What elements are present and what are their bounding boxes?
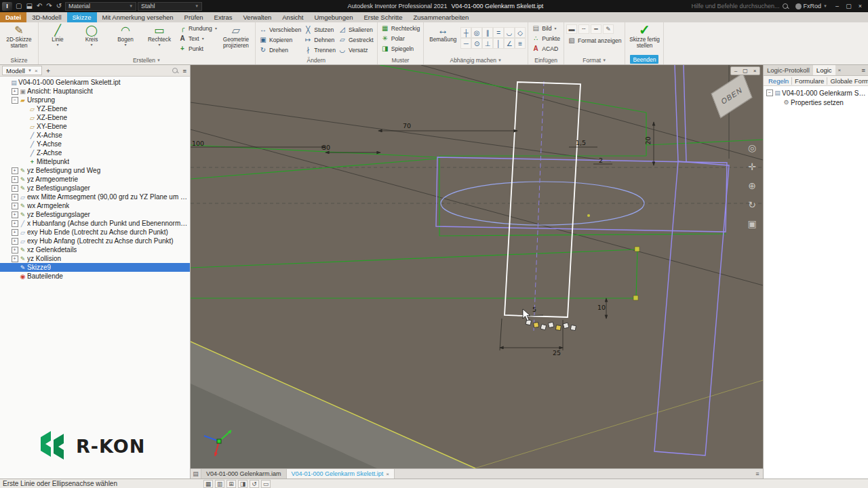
construction-line-icon[interactable]: ✎ xyxy=(603,24,614,34)
expander-icon[interactable] xyxy=(11,185,18,192)
tree-item[interactable]: Z-Achse xyxy=(0,148,190,157)
insert-tool-button[interactable]: Punkte xyxy=(530,33,561,43)
new-file-icon[interactable]: ▢ xyxy=(14,1,24,12)
slice-graphics-icon[interactable]: ▭ xyxy=(261,480,271,488)
ribbon-tab[interactable]: Umgebungen xyxy=(309,12,358,22)
tree-item[interactable]: wx Armgelenk xyxy=(0,201,190,210)
orbit-icon[interactable]: ↻ xyxy=(745,198,759,211)
start-2d-sketch-button[interactable]: 2D-Skizze starten xyxy=(2,23,36,55)
ilogic-protocol-tab[interactable]: Logic-Protokoll xyxy=(764,65,813,75)
ribbon-tab[interactable]: Skizze xyxy=(67,12,97,22)
create-tool-button[interactable]: Rundung xyxy=(177,23,218,33)
modify-tool-button[interactable]: Verschieben xyxy=(258,24,302,35)
snap-icon[interactable]: ⊞ xyxy=(226,480,236,488)
doc-restore-button[interactable]: ▢ xyxy=(741,67,750,75)
close-button[interactable]: × xyxy=(854,1,866,12)
expander-icon[interactable] xyxy=(11,238,18,245)
modify-tool-button[interactable]: Versatz xyxy=(337,45,375,55)
tree-item[interactable]: ewx Mitte Armsegment (90,00 grd zu YZ Pl… xyxy=(0,192,190,201)
browser-search-icon[interactable] xyxy=(172,68,178,74)
tangent-constraint-icon[interactable]: ◡ xyxy=(504,27,515,38)
project-geometry-button[interactable]: Geometrie projizieren xyxy=(219,23,253,55)
dimension-label[interactable]: 10 xyxy=(597,304,606,311)
minimize-button[interactable]: – xyxy=(831,1,843,12)
ilogic-tree-item[interactable]: Properties setzen xyxy=(764,98,868,107)
close-icon[interactable]: × xyxy=(35,68,38,74)
dynamic-dimension-icon[interactable]: ↺ xyxy=(250,480,259,488)
tree-item[interactable]: Skizze9 xyxy=(0,263,190,272)
group-label-erstellen[interactable]: Erstellen▼ xyxy=(41,56,253,64)
save-icon[interactable]: ⬓ xyxy=(24,1,34,12)
modify-tool-button[interactable]: Trennen xyxy=(302,45,337,55)
symmetry-constraint-icon[interactable]: ◇ xyxy=(515,27,526,38)
create-tool-button[interactable]: Linie xyxy=(41,23,75,55)
ribbon-tab[interactable]: Extras xyxy=(209,12,238,22)
parallel-constraint-icon[interactable]: ∥ xyxy=(482,27,493,38)
dimension-label[interactable]: 70 xyxy=(403,122,411,129)
modify-tool-button[interactable]: Skalieren xyxy=(337,24,375,35)
insert-tool-button[interactable]: Bild xyxy=(530,23,561,33)
ribbon-tab[interactable]: Mit Anmerkung versehen xyxy=(97,12,179,22)
tree-item[interactable]: Ursprung xyxy=(0,96,190,104)
expander-icon[interactable] xyxy=(11,203,18,209)
tree-item[interactable]: XY-Ebene xyxy=(0,122,190,131)
ribbon-tab[interactable]: Ansicht xyxy=(277,12,309,22)
zoom-icon[interactable]: ⊕ xyxy=(745,179,759,192)
update-icon[interactable]: ↺ xyxy=(54,1,64,12)
concentric-constraint-icon[interactable]: ◎ xyxy=(471,27,482,38)
ilogic-subtab[interactable]: Formulare xyxy=(792,77,827,85)
line-type-icon[interactable]: ╌ xyxy=(578,24,589,34)
close-icon[interactable]: × xyxy=(837,67,843,73)
line-color-icon[interactable]: ▬ xyxy=(566,24,577,34)
expander-icon[interactable] xyxy=(11,247,18,253)
expander-icon[interactable] xyxy=(11,229,18,236)
tree-item[interactable]: yz Befestigung und Weg xyxy=(0,166,190,175)
modify-tool-button[interactable]: Drehen xyxy=(258,45,302,55)
tree-item[interactable]: X-Achse xyxy=(0,131,190,140)
modify-tool-button[interactable]: Kopieren xyxy=(258,35,302,45)
doc-minimize-button[interactable]: – xyxy=(731,67,741,75)
expander-icon[interactable] xyxy=(11,97,18,104)
expander-icon[interactable] xyxy=(11,88,18,95)
document-list-icon[interactable]: ▤ xyxy=(191,469,201,479)
finish-sketch-button[interactable]: Skizze fertig stellen xyxy=(627,23,661,55)
tree-item[interactable]: V04-01-000 Gelenkarm Skelett.ipt xyxy=(0,78,190,87)
group-label-format[interactable]: Format▼ xyxy=(566,56,623,64)
help-search-input[interactable] xyxy=(692,3,780,9)
create-tool-button[interactable]: Rechteck xyxy=(142,23,176,55)
tree-item[interactable]: Y-Achse xyxy=(0,140,190,148)
collinear-constraint-icon[interactable]: ─ xyxy=(460,38,471,49)
group-label-abhaengig[interactable]: Abhängig machen▼ xyxy=(426,56,526,64)
pattern-tool-button[interactable]: Spiegeln xyxy=(380,43,422,54)
dimension-label[interactable]: 30 xyxy=(322,144,330,151)
account-menu[interactable]: FxRod ▼ xyxy=(793,3,830,9)
panel-menu-icon[interactable]: ≡ xyxy=(859,66,868,74)
tree-item[interactable]: Mittelpunkt xyxy=(0,157,190,166)
insert-tool-button[interactable]: ACAD xyxy=(530,43,561,54)
expander-icon[interactable] xyxy=(11,220,18,227)
document-tab[interactable]: V04-01-000 Gelenkarm.iam × xyxy=(201,469,287,479)
expander-icon[interactable] xyxy=(11,176,18,183)
look-at-icon[interactable]: ▣ xyxy=(745,217,759,230)
precise-input-icon[interactable]: ▥ xyxy=(215,480,224,488)
equal-constraint-icon[interactable]: ≡ xyxy=(515,38,526,49)
ribbon-tab[interactable]: Datei xyxy=(0,12,26,22)
expander-icon[interactable] xyxy=(11,167,18,174)
tree-item[interactable]: exy Hub Anfang (Lotrecht zu Achse durch … xyxy=(0,237,190,245)
app-icon[interactable]: I xyxy=(2,2,12,11)
format-show-button[interactable]: Format anzeigen xyxy=(566,35,623,45)
ilogic-tree-item[interactable]: V04-01-000 Gelenkarm Skelett.ipt xyxy=(764,88,868,98)
create-tool-button[interactable]: Punkt xyxy=(177,43,218,54)
perpendicular-constraint-icon[interactable]: ⊥ xyxy=(482,38,493,49)
expander-icon[interactable] xyxy=(766,89,773,96)
maximize-button[interactable]: ▢ xyxy=(843,1,854,12)
tree-item[interactable]: Ansicht: Hauptansicht xyxy=(0,87,190,96)
ilogic-subtab[interactable]: Globale Formul xyxy=(827,77,868,85)
redo-icon[interactable]: ↷ xyxy=(44,1,54,12)
dimension-label[interactable]: 20 xyxy=(644,136,652,144)
tree-item[interactable]: XZ-Ebene xyxy=(0,113,190,122)
undo-icon[interactable]: ↶ xyxy=(35,1,44,12)
ribbon-tab[interactable]: Verwalten xyxy=(238,12,277,22)
close-icon[interactable]: × xyxy=(386,471,389,477)
tree-item[interactable]: xz Gelenkdetails xyxy=(0,245,190,254)
